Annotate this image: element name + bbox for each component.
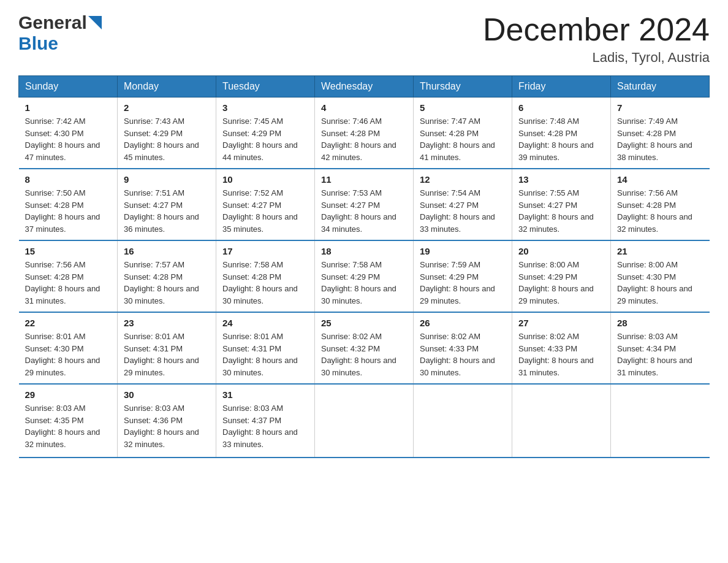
- day-number: 3: [222, 102, 308, 113]
- day-info: Sunrise: 7:46 AM Sunset: 4:28 PM Dayligh…: [321, 115, 407, 163]
- calendar-cell: 15 Sunrise: 7:56 AM Sunset: 4:28 PM Dayl…: [19, 240, 118, 312]
- calendar-cell: 2 Sunrise: 7:43 AM Sunset: 4:29 PM Dayli…: [118, 98, 216, 169]
- day-number: 29: [25, 389, 112, 400]
- day-info: Sunrise: 8:01 AM Sunset: 4:30 PM Dayligh…: [25, 331, 112, 378]
- day-info: Sunrise: 8:02 AM Sunset: 4:33 PM Dayligh…: [518, 331, 604, 378]
- calendar-cell: 22 Sunrise: 8:01 AM Sunset: 4:30 PM Dayl…: [19, 312, 118, 384]
- weekday-header-tuesday: Tuesday: [216, 76, 315, 98]
- calendar-cell: 26 Sunrise: 8:02 AM Sunset: 4:33 PM Dayl…: [414, 312, 512, 384]
- day-info: Sunrise: 8:03 AM Sunset: 4:34 PM Dayligh…: [617, 331, 703, 378]
- calendar-cell: 13 Sunrise: 7:55 AM Sunset: 4:27 PM Dayl…: [512, 169, 611, 240]
- calendar-cell: [512, 384, 611, 458]
- day-info: Sunrise: 7:53 AM Sunset: 4:27 PM Dayligh…: [321, 187, 407, 235]
- day-info: Sunrise: 8:02 AM Sunset: 4:32 PM Dayligh…: [321, 331, 407, 378]
- day-info: Sunrise: 7:58 AM Sunset: 4:28 PM Dayligh…: [222, 259, 308, 307]
- day-number: 13: [518, 174, 604, 185]
- day-number: 18: [321, 246, 407, 256]
- day-number: 22: [25, 318, 112, 328]
- day-info: Sunrise: 7:50 AM Sunset: 4:28 PM Dayligh…: [25, 187, 112, 235]
- logo-general: General: [18, 12, 87, 33]
- calendar-cell: 9 Sunrise: 7:51 AM Sunset: 4:27 PM Dayli…: [118, 169, 216, 240]
- calendar-cell: 17 Sunrise: 7:58 AM Sunset: 4:28 PM Dayl…: [216, 240, 315, 312]
- calendar-cell: [611, 384, 710, 458]
- day-info: Sunrise: 7:56 AM Sunset: 4:28 PM Dayligh…: [25, 259, 112, 307]
- calendar-cell: 24 Sunrise: 8:01 AM Sunset: 4:31 PM Dayl…: [216, 312, 315, 384]
- calendar-cell: 25 Sunrise: 8:02 AM Sunset: 4:32 PM Dayl…: [315, 312, 414, 384]
- calendar-week-row: 29 Sunrise: 8:03 AM Sunset: 4:35 PM Dayl…: [19, 384, 710, 458]
- calendar-cell: 19 Sunrise: 7:59 AM Sunset: 4:29 PM Dayl…: [414, 240, 512, 312]
- weekday-header-monday: Monday: [118, 76, 216, 98]
- day-info: Sunrise: 8:00 AM Sunset: 4:30 PM Dayligh…: [617, 259, 703, 307]
- title-block: December 2024 Ladis, Tyrol, Austria: [483, 12, 710, 66]
- calendar-cell: 14 Sunrise: 7:56 AM Sunset: 4:28 PM Dayl…: [611, 169, 710, 240]
- day-info: Sunrise: 8:03 AM Sunset: 4:37 PM Dayligh…: [222, 402, 308, 450]
- day-number: 31: [222, 389, 308, 400]
- calendar-cell: [414, 384, 512, 458]
- page-header: General Blue December 2024 Ladis, Tyrol,…: [18, 12, 710, 66]
- day-info: Sunrise: 7:45 AM Sunset: 4:29 PM Dayligh…: [222, 115, 308, 163]
- page-title: December 2024: [483, 12, 710, 47]
- day-number: 27: [518, 318, 604, 328]
- day-info: Sunrise: 7:47 AM Sunset: 4:28 PM Dayligh…: [420, 115, 506, 163]
- day-number: 17: [222, 246, 308, 256]
- weekday-header-saturday: Saturday: [611, 76, 710, 98]
- calendar-cell: 27 Sunrise: 8:02 AM Sunset: 4:33 PM Dayl…: [512, 312, 611, 384]
- day-info: Sunrise: 8:01 AM Sunset: 4:31 PM Dayligh…: [222, 331, 308, 378]
- calendar-cell: [315, 384, 414, 458]
- day-number: 28: [617, 318, 703, 328]
- weekday-header-sunday: Sunday: [19, 76, 118, 98]
- day-number: 5: [420, 102, 506, 113]
- day-number: 2: [124, 102, 210, 113]
- calendar-cell: 28 Sunrise: 8:03 AM Sunset: 4:34 PM Dayl…: [611, 312, 710, 384]
- calendar-cell: 18 Sunrise: 7:58 AM Sunset: 4:29 PM Dayl…: [315, 240, 414, 312]
- calendar-cell: 3 Sunrise: 7:45 AM Sunset: 4:29 PM Dayli…: [216, 98, 315, 169]
- logo-arrow-icon: [88, 16, 102, 29]
- day-number: 4: [321, 102, 407, 113]
- calendar-cell: 4 Sunrise: 7:46 AM Sunset: 4:28 PM Dayli…: [315, 98, 414, 169]
- calendar-cell: 12 Sunrise: 7:54 AM Sunset: 4:27 PM Dayl…: [414, 169, 512, 240]
- day-number: 1: [25, 102, 112, 113]
- day-info: Sunrise: 7:42 AM Sunset: 4:30 PM Dayligh…: [25, 115, 112, 163]
- svg-marker-0: [88, 16, 102, 29]
- calendar-cell: 29 Sunrise: 8:03 AM Sunset: 4:35 PM Dayl…: [19, 384, 118, 458]
- day-info: Sunrise: 7:54 AM Sunset: 4:27 PM Dayligh…: [420, 187, 506, 235]
- day-info: Sunrise: 7:57 AM Sunset: 4:28 PM Dayligh…: [124, 259, 210, 307]
- day-number: 15: [25, 246, 112, 256]
- day-info: Sunrise: 7:55 AM Sunset: 4:27 PM Dayligh…: [518, 187, 604, 235]
- weekday-header-wednesday: Wednesday: [315, 76, 414, 98]
- logo-blue: Blue: [18, 33, 58, 53]
- weekday-header-thursday: Thursday: [414, 76, 512, 98]
- day-info: Sunrise: 7:49 AM Sunset: 4:28 PM Dayligh…: [617, 115, 703, 163]
- calendar-cell: 1 Sunrise: 7:42 AM Sunset: 4:30 PM Dayli…: [19, 98, 118, 169]
- calendar-cell: 31 Sunrise: 8:03 AM Sunset: 4:37 PM Dayl…: [216, 384, 315, 458]
- day-number: 16: [124, 246, 210, 256]
- calendar-week-row: 22 Sunrise: 8:01 AM Sunset: 4:30 PM Dayl…: [19, 312, 710, 384]
- calendar-cell: 6 Sunrise: 7:48 AM Sunset: 4:28 PM Dayli…: [512, 98, 611, 169]
- calendar-week-row: 8 Sunrise: 7:50 AM Sunset: 4:28 PM Dayli…: [19, 169, 710, 240]
- logo: General Blue: [18, 12, 102, 54]
- day-number: 9: [124, 174, 210, 185]
- day-info: Sunrise: 7:59 AM Sunset: 4:29 PM Dayligh…: [420, 259, 506, 307]
- day-number: 19: [420, 246, 506, 256]
- calendar-cell: 20 Sunrise: 8:00 AM Sunset: 4:29 PM Dayl…: [512, 240, 611, 312]
- day-info: Sunrise: 7:52 AM Sunset: 4:27 PM Dayligh…: [222, 187, 308, 235]
- day-info: Sunrise: 7:51 AM Sunset: 4:27 PM Dayligh…: [124, 187, 210, 235]
- page-subtitle: Ladis, Tyrol, Austria: [483, 50, 710, 66]
- day-info: Sunrise: 8:03 AM Sunset: 4:36 PM Dayligh…: [124, 402, 210, 450]
- calendar-cell: 8 Sunrise: 7:50 AM Sunset: 4:28 PM Dayli…: [19, 169, 118, 240]
- day-number: 7: [617, 102, 703, 113]
- calendar-cell: 10 Sunrise: 7:52 AM Sunset: 4:27 PM Dayl…: [216, 169, 315, 240]
- calendar-cell: 7 Sunrise: 7:49 AM Sunset: 4:28 PM Dayli…: [611, 98, 710, 169]
- calendar-cell: 21 Sunrise: 8:00 AM Sunset: 4:30 PM Dayl…: [611, 240, 710, 312]
- calendar-table: SundayMondayTuesdayWednesdayThursdayFrid…: [18, 75, 710, 458]
- day-number: 20: [518, 246, 604, 256]
- day-number: 24: [222, 318, 308, 328]
- day-number: 26: [420, 318, 506, 328]
- day-number: 14: [617, 174, 703, 185]
- calendar-cell: 11 Sunrise: 7:53 AM Sunset: 4:27 PM Dayl…: [315, 169, 414, 240]
- calendar-cell: 23 Sunrise: 8:01 AM Sunset: 4:31 PM Dayl…: [118, 312, 216, 384]
- day-info: Sunrise: 8:02 AM Sunset: 4:33 PM Dayligh…: [420, 331, 506, 378]
- weekday-header-row: SundayMondayTuesdayWednesdayThursdayFrid…: [19, 76, 710, 98]
- calendar-cell: 5 Sunrise: 7:47 AM Sunset: 4:28 PM Dayli…: [414, 98, 512, 169]
- calendar-week-row: 15 Sunrise: 7:56 AM Sunset: 4:28 PM Dayl…: [19, 240, 710, 312]
